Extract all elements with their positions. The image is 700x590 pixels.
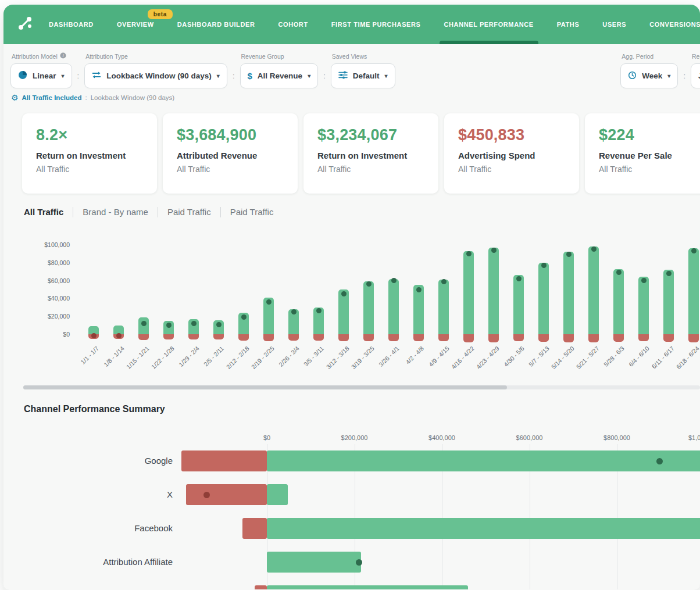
x-axis-label: 1/1 - 1/7 [80,345,101,366]
saved-views-group: Saved Views Default ▾ [331,52,395,88]
roi-dot [91,333,97,338]
filter-label-text: Agg. Period [622,53,653,60]
roi-dot [541,263,547,268]
nav-item-dashboard[interactable]: DASHBOARD [49,5,94,44]
x-axis-label: 4/9 - 4/15 [427,345,451,368]
spend-bar [238,334,249,341]
x-axis-tick: $1,000,000 [688,434,700,441]
stat-card-revenue-per-sale: $224 Revenue Per Sale All Traffic [585,113,700,194]
attribution-type-label: Attribution Type [84,52,227,60]
spend-bar [263,334,274,341]
x-axis-label: 1/29 - 2/4 [177,345,201,368]
x-axis-label: 2/5 - 2/11 [202,345,225,367]
stat-card-roi: 8.2× Return on Investment All Traffic [22,113,157,194]
filter-separator: : [77,71,80,88]
stat-title: Advertising Spend [458,151,565,160]
revenue-bar [413,285,424,334]
filter-status-row: ⚙ All Traffic Included : Lookback Window… [3,88,700,102]
y-axis-tick: $80,000 [21,259,70,266]
nav-item-users[interactable]: USERS [602,5,626,44]
traffic-status-link[interactable]: All Traffic Included [22,94,82,101]
report-period-label: Report Period [691,52,700,60]
nav-item-channel-performance[interactable]: CHANNEL PERFORMANCE [444,5,534,44]
stat-subtitle: All Traffic [317,165,424,174]
info-icon[interactable]: i [60,52,66,60]
stat-subtitle: All Traffic [458,165,565,174]
nav-item-paths[interactable]: PATHS [557,5,580,44]
chart-scrollbar-track[interactable] [23,385,700,389]
revenue-bar [488,248,499,334]
attribution-type-group: Attribution Type Lookback Window (90 day… [84,52,227,88]
chart-scrollbar-thumb[interactable] [23,385,507,389]
chevron-down-icon: ▾ [385,73,388,79]
filter-label-text: Attribution Model [12,53,58,60]
nav-item-conversions[interactable]: CONVERSIONS [649,5,700,44]
channel-label: X [3,489,173,500]
x-axis-label: 6/11 - 6/17 [650,345,675,370]
attribution-type-select[interactable]: Lookback Window (90 days) ▾ [84,63,227,88]
attribution-model-label: Attribution Model i [10,52,72,60]
spend-bar [613,334,624,342]
y-axis-tick: $100,000 [21,241,70,248]
revenue-bar [388,279,399,334]
filter-label-text: Report Period [692,53,700,60]
spend-bar [186,484,267,505]
chevron-down-icon: ▾ [308,73,310,79]
status-detail: Lookback Window (90 days) [91,94,174,101]
roi-dot [341,291,347,296]
tab-paid-traffic-2[interactable]: Paid Traffic [220,207,283,217]
report-period-input[interactable]: Jan [691,63,700,88]
roi-dot [241,314,247,320]
gear-icon[interactable]: ⚙ [11,94,19,102]
spend-bar [313,334,324,341]
roi-dot [366,281,372,287]
spend-bar [363,334,374,341]
agg-period-group: Agg. Period Week ▾ [620,52,678,88]
attribution-model-select[interactable]: Linear ▾ [10,63,72,88]
revenue-bar [463,251,474,334]
roi-dot [141,321,147,326]
x-axis-tick: $0 [263,434,270,441]
spend-bar [588,334,599,342]
agg-period-select[interactable]: Week ▾ [620,63,678,88]
attribution-model-group: Attribution Model i Linear ▾ [10,52,72,88]
spend-bar [188,334,199,339]
filter-label-text: Saved Views [332,53,367,60]
channel-summary-chart: $0$200,000$400,000$600,000$800,000$1,000… [3,427,700,589]
roi-dot [691,248,697,253]
saved-views-select[interactable]: Default ▾ [331,63,395,88]
revenue-bar [363,281,374,334]
filter-label-text: Attribution Type [85,53,128,60]
x-axis-label: 1/15 - 1/21 [125,345,151,370]
nav-item-dashboard-builder[interactable]: DASHBOARD BUILDER [177,5,255,44]
app-logo-icon[interactable] [16,15,34,34]
revenue-bar [267,518,700,539]
nav-item-cohort[interactable]: COHORT [278,5,308,44]
revenue-bar [613,269,624,334]
filter-separator: : [233,71,235,88]
stat-subtitle: All Traffic [177,165,284,174]
x-axis-label: 4/2 - 4/8 [405,345,426,366]
revenue-group-select[interactable]: $ All Revenue ▾ [240,63,319,88]
nav-item-first-time-purchasers[interactable]: FIRST TIME PURCHASERS [331,5,421,44]
spend-bar [538,334,549,342]
spend-bar [638,334,649,341]
filter-label-text: Revenue Group [241,53,284,60]
tab-all-traffic[interactable]: All Traffic [24,207,73,217]
stat-title: Return on Investment [317,151,424,160]
tab-brand-by-name[interactable]: Brand - By name [73,207,158,217]
spend-bar [213,334,224,339]
tab-paid-traffic[interactable]: Paid Traffic [158,207,220,217]
stat-card-return-on-investment: $3,234,067 Return on Investment All Traf… [303,113,438,194]
x-axis-label: 6/4 - 6/10 [627,345,651,368]
roi-dot [656,458,663,464]
clock-icon [628,71,637,81]
stat-value: $224 [599,126,700,144]
x-axis-label: 5/7 - 5/13 [527,345,551,368]
filters-bar: Attribution Model i Linear ▾ : Attributi… [3,44,700,88]
pie-chart-icon [18,70,27,81]
report-period-group: Report Period Jan [691,52,700,88]
nav-item-overview[interactable]: OVERVIEW beta [117,5,154,44]
revenue-bar [267,552,361,573]
channel-label: Attribution Affiliate [3,556,173,568]
